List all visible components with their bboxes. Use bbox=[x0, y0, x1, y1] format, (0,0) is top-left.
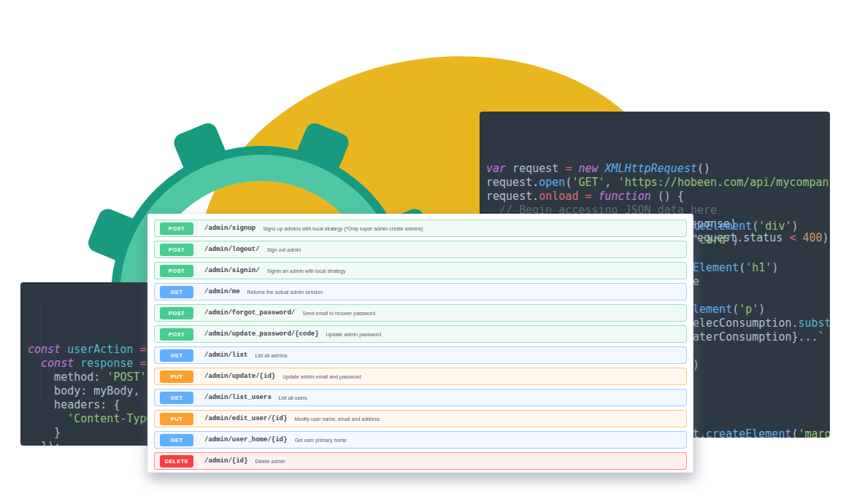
api-endpoint-row[interactable]: GET/admin/listList all admins bbox=[154, 346, 687, 364]
http-method-badge: POST bbox=[160, 307, 193, 319]
code-token: body: myBody, bbox=[28, 384, 147, 398]
code-token: ) bbox=[693, 358, 699, 371]
http-method-badge: PUT bbox=[160, 371, 193, 383]
code-token: ( bbox=[752, 220, 758, 233]
code-line-fragment: e bbox=[693, 275, 699, 289]
code-token: createElement bbox=[706, 427, 791, 438]
code-token bbox=[134, 357, 140, 370]
code-token: Element bbox=[693, 261, 739, 274]
code-token bbox=[74, 357, 80, 370]
code-token: XMLHttpRequest bbox=[605, 162, 697, 175]
code-token: request. bbox=[486, 190, 539, 203]
http-method-badge: DELETE bbox=[160, 455, 193, 468]
endpoint-path: /admin/update/{id} bbox=[204, 373, 275, 380]
code-token: . bbox=[791, 317, 798, 330]
endpoint-path: /admin/list bbox=[204, 352, 247, 359]
endpoint-path: /admin/forgot_password/ bbox=[204, 309, 295, 317]
endpoint-description: List all users bbox=[279, 395, 307, 400]
endpoint-path: /admin/logout/ bbox=[204, 246, 260, 253]
http-method-badge: POST bbox=[160, 244, 193, 256]
endpoint-description: Signs up admins with local strategy (*On… bbox=[263, 226, 423, 231]
code-line-fragment: aterConsumption}...` bbox=[693, 330, 825, 344]
endpoint-description: Returns the actual admin session bbox=[247, 290, 323, 295]
endpoint-path: /admin/user_home/{id} bbox=[204, 436, 287, 443]
code-token: request bbox=[506, 162, 565, 175]
endpoint-path: /admin/signin/ bbox=[204, 267, 260, 274]
code-token: teElement bbox=[693, 220, 752, 233]
code-token: aterConsumption}...` bbox=[693, 330, 825, 344]
indent-guide bbox=[499, 162, 500, 217]
code-token: 'POST' bbox=[107, 371, 146, 384]
code-token bbox=[61, 343, 67, 356]
api-endpoint-row[interactable]: GET/admin/meReturns the actual admin ses… bbox=[154, 283, 687, 301]
code-token: 'Content-Type bbox=[67, 412, 153, 425]
api-endpoint-row[interactable]: POST/admin/update_password/{code}Update … bbox=[154, 325, 687, 343]
code-token: function bbox=[599, 190, 651, 203]
api-endpoint-row[interactable]: GET/admin/list_usersList all users bbox=[154, 389, 687, 406]
endpoint-path: /admin/me bbox=[204, 288, 240, 295]
endpoint-path: /admin/{id} bbox=[204, 457, 247, 465]
code-token: const bbox=[41, 357, 74, 370]
code-token bbox=[599, 162, 605, 175]
code-line-fragment: elecConsumption.substr bbox=[693, 317, 830, 330]
api-endpoint-row[interactable]: DELETE/admin/{id}Delete admin bbox=[154, 452, 687, 470]
endpoint-description: Signin an admin with local strategy bbox=[267, 268, 346, 274]
api-endpoints-panel: POST/admin/signupSigns up admins with lo… bbox=[147, 214, 693, 473]
api-endpoint-row[interactable]: POST/admin/signin/Signin an admin with l… bbox=[154, 262, 687, 279]
code-token: response bbox=[80, 357, 133, 370]
code-token: ( bbox=[732, 303, 739, 316]
code-line-fragment: teElement('div') bbox=[693, 220, 799, 233]
code-token: ) { bbox=[823, 231, 830, 244]
http-method-badge: POST bbox=[160, 328, 193, 341]
api-endpoint-row[interactable]: PUT/admin/update/{id}Update admin email … bbox=[154, 368, 687, 385]
code-line: request.onload = function () { bbox=[486, 190, 830, 203]
endpoint-path: /admin/edit_user/{id} bbox=[204, 415, 287, 422]
code-token: 'card' bbox=[693, 233, 732, 247]
api-endpoint-row[interactable]: POST/admin/logout/Sign out admin bbox=[154, 241, 687, 258]
code-token: e bbox=[693, 275, 699, 288]
code-token bbox=[134, 343, 140, 356]
code-token: } bbox=[28, 426, 61, 439]
endpoint-description: Delete admin bbox=[255, 459, 285, 464]
http-method-badge: PUT bbox=[160, 413, 193, 425]
code-token: 'p' bbox=[739, 303, 758, 316]
code-line-fragment: t.createElement('marqu bbox=[693, 427, 830, 438]
endpoint-description: Sign out admin bbox=[267, 247, 301, 252]
code-token: request. bbox=[486, 176, 539, 189]
code-token: ) bbox=[758, 303, 765, 316]
code-token: open bbox=[539, 176, 565, 189]
endpoint-path: /admin/list_users bbox=[204, 394, 272, 401]
api-endpoint-row[interactable]: POST/admin/forgot_password/Send email to… bbox=[154, 304, 687, 322]
api-endpoint-row[interactable]: GET/admin/user_home/{id}Get user primary… bbox=[154, 431, 687, 449]
code-token bbox=[28, 357, 41, 370]
code-token: t. bbox=[693, 427, 706, 438]
code-token: = bbox=[140, 343, 147, 356]
http-method-badge: GET bbox=[160, 349, 193, 362]
code-token: onload bbox=[539, 190, 578, 203]
code-token: ( bbox=[739, 261, 745, 274]
endpoint-description: Update admin email and password bbox=[282, 374, 361, 379]
api-endpoint-row[interactable]: POST/admin/signupSigns up admins with lo… bbox=[154, 220, 687, 237]
code-token: method: bbox=[28, 371, 107, 384]
code-line: request.open('GET', 'https://hobeen.com/… bbox=[486, 176, 830, 190]
code-line-fragment: ) bbox=[693, 358, 699, 372]
api-endpoint-row[interactable]: PUT/admin/edit_user/{id}Modify user name… bbox=[154, 410, 687, 427]
endpoint-description: Get user primary home bbox=[294, 438, 347, 443]
endpoint-description: Modify user name, email and address bbox=[294, 416, 380, 422]
code-token: 'marqu bbox=[799, 427, 831, 438]
http-method-badge: POST bbox=[160, 265, 193, 277]
code-token: ) bbox=[772, 261, 778, 274]
http-method-badge: GET bbox=[160, 392, 193, 404]
endpoint-description: Send email to recover password bbox=[302, 311, 375, 316]
endpoint-description: List all admins bbox=[255, 353, 287, 358]
hero-illustration: const userAction = const response = meth… bbox=[0, 0, 854, 504]
code-token: 400 bbox=[803, 231, 823, 244]
code-line: var request = new XMLHttpRequest() bbox=[486, 162, 830, 176]
endpoint-path: /admin/update_password/{code} bbox=[204, 330, 319, 338]
indent-guide bbox=[54, 343, 55, 371]
code-token: 'GET' bbox=[572, 176, 604, 189]
code-token: const bbox=[28, 343, 61, 356]
endpoint-description: Update admin password bbox=[326, 332, 382, 337]
code-token: userAction bbox=[67, 343, 133, 356]
code-line-fragment: lement('p') bbox=[693, 303, 765, 317]
